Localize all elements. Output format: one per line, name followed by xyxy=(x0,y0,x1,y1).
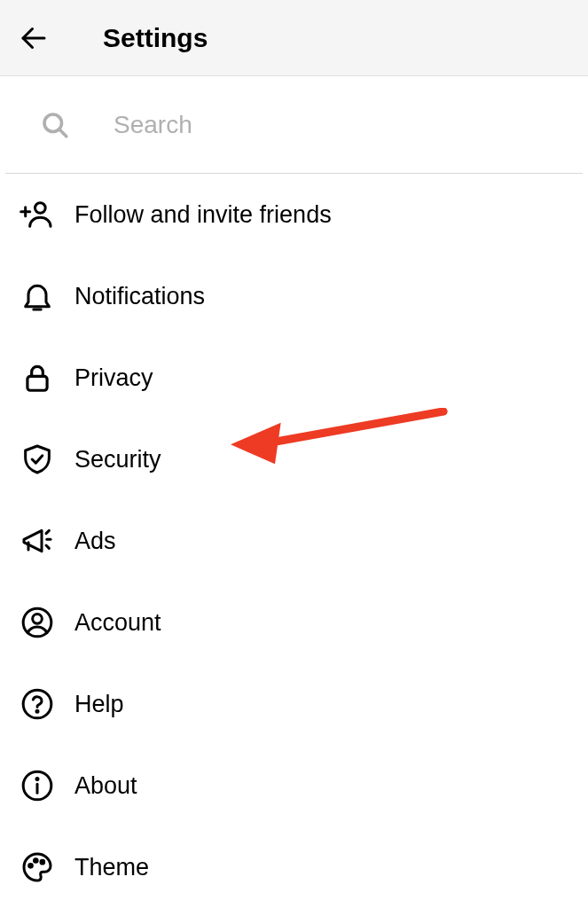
menu-item-privacy[interactable]: Privacy xyxy=(0,337,588,419)
svg-point-18 xyxy=(29,865,33,868)
menu-item-help[interactable]: Help xyxy=(0,663,588,745)
search-input[interactable] xyxy=(114,111,549,139)
menu-item-label: Follow and invite friends xyxy=(74,201,332,229)
svg-point-14 xyxy=(36,710,38,712)
menu-item-follow-invite[interactable]: Follow and invite friends xyxy=(0,174,588,255)
back-button[interactable] xyxy=(16,20,51,56)
palette-icon xyxy=(18,848,57,887)
svg-point-19 xyxy=(35,859,38,863)
menu-item-label: Privacy xyxy=(74,364,153,392)
user-circle-icon xyxy=(18,603,57,642)
svg-point-17 xyxy=(36,779,38,780)
page-title: Settings xyxy=(103,23,208,53)
header: Settings xyxy=(0,0,588,76)
svg-rect-7 xyxy=(27,376,47,390)
bell-icon xyxy=(18,277,57,316)
menu-item-account[interactable]: Account xyxy=(0,582,588,663)
menu-item-label: Account xyxy=(74,609,161,637)
svg-point-3 xyxy=(35,203,46,214)
lock-icon xyxy=(18,358,57,397)
settings-menu: Follow and invite friends Notifications … xyxy=(0,174,588,908)
megaphone-icon xyxy=(18,521,57,560)
menu-item-label: Ads xyxy=(74,528,116,555)
svg-line-8 xyxy=(46,530,49,533)
menu-item-notifications[interactable]: Notifications xyxy=(0,255,588,337)
shield-check-icon xyxy=(18,440,57,479)
info-circle-icon xyxy=(18,766,57,805)
question-circle-icon xyxy=(18,685,57,724)
svg-line-10 xyxy=(46,545,49,548)
menu-item-label: About xyxy=(74,772,137,800)
add-user-icon xyxy=(18,195,57,234)
menu-item-label: Theme xyxy=(74,854,149,881)
svg-point-12 xyxy=(33,614,43,624)
arrow-left-icon xyxy=(18,22,50,54)
svg-point-20 xyxy=(41,860,44,864)
menu-item-label: Notifications xyxy=(74,283,205,310)
svg-point-13 xyxy=(23,690,51,718)
menu-item-security[interactable]: Security xyxy=(0,419,588,500)
menu-item-theme[interactable]: Theme xyxy=(0,826,588,908)
menu-item-label: Help xyxy=(74,691,124,718)
menu-item-label: Security xyxy=(74,446,161,474)
menu-item-about[interactable]: About xyxy=(0,745,588,826)
svg-line-2 xyxy=(59,129,67,137)
search-row[interactable] xyxy=(5,76,583,174)
menu-item-ads[interactable]: Ads xyxy=(0,500,588,582)
search-icon xyxy=(39,109,71,141)
